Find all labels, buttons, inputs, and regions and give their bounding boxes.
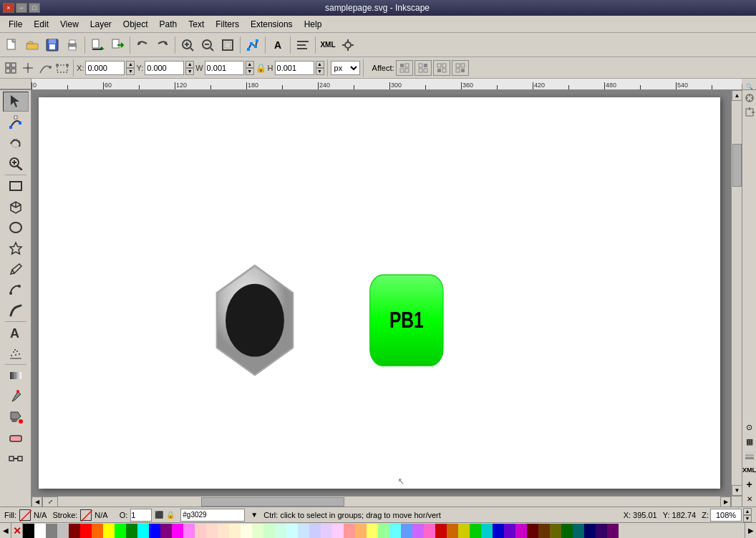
palette-color-51[interactable] <box>607 524 619 538</box>
palette-color-4[interactable] <box>69 524 80 538</box>
menu-help[interactable]: Help <box>299 18 328 31</box>
palette-scroll-right[interactable]: ▶ <box>745 523 756 539</box>
menu-edit[interactable]: Edit <box>28 18 54 31</box>
ruler-zoom-btn[interactable]: 🔍 <box>742 84 756 89</box>
print-button[interactable] <box>63 36 82 54</box>
palette-color-47[interactable] <box>561 524 573 538</box>
color-wheel-btn[interactable]: ⊙ <box>743 421 756 434</box>
zoom-up[interactable]: ▲ <box>743 508 752 515</box>
palette-color-42[interactable] <box>504 524 515 538</box>
object-style-input[interactable] <box>180 509 245 522</box>
tweak-tool[interactable] <box>3 133 29 153</box>
menu-extensions[interactable]: Extensions <box>245 18 299 31</box>
palette-scroll-left[interactable]: ◀ <box>0 523 11 539</box>
palette-color-9[interactable] <box>126 524 137 538</box>
affect-btn2[interactable] <box>415 60 432 76</box>
affect-btn4[interactable] <box>452 60 469 76</box>
undo-button[interactable] <box>133 36 152 54</box>
h-spin-down[interactable]: ▼ <box>316 68 324 75</box>
snap-node[interactable] <box>37 60 53 76</box>
color-palette-btn[interactable]: ▦ <box>743 435 756 448</box>
new-button[interactable] <box>3 36 21 54</box>
menu-object[interactable]: Object <box>117 18 154 31</box>
pen-tool[interactable] <box>3 280 29 300</box>
add-layer-btn[interactable]: + <box>743 478 756 491</box>
remove-layer-btn[interactable]: ✕ <box>743 492 756 505</box>
palette-color-29[interactable] <box>355 524 367 538</box>
scroll-left-arrow[interactable]: ◀ <box>32 497 42 507</box>
spray-tool[interactable] <box>3 343 29 363</box>
x-spin-down[interactable]: ▼ <box>126 68 135 75</box>
w-input[interactable] <box>205 61 244 75</box>
xml-editor-button[interactable]: XML <box>319 36 337 54</box>
affect-btn3[interactable] <box>433 60 450 76</box>
expand-canvas-btn[interactable]: ⤢ <box>42 497 58 507</box>
star-tool[interactable] <box>3 238 29 258</box>
zoom-down[interactable]: ▼ <box>743 515 752 522</box>
y-spin-down[interactable]: ▼ <box>185 68 194 75</box>
palette-color-13[interactable] <box>172 524 183 538</box>
scroll-up-arrow[interactable]: ▲ <box>732 90 742 101</box>
w-spin-down[interactable]: ▼ <box>246 68 254 75</box>
x-input[interactable] <box>85 61 125 75</box>
palette-color-5[interactable] <box>80 524 92 538</box>
palette-color-19[interactable] <box>241 524 252 538</box>
palette-color-45[interactable] <box>538 524 550 538</box>
palette-color-50[interactable] <box>596 524 607 538</box>
scrollbar-vertical[interactable]: ▲ ▼ <box>731 90 742 496</box>
style-dropdown-btn[interactable]: ▼ <box>251 511 258 519</box>
palette-color-0[interactable] <box>23 524 34 538</box>
open-button[interactable] <box>23 36 42 54</box>
h-input[interactable] <box>275 61 314 75</box>
circle-tool[interactable] <box>3 217 29 238</box>
palette-color-32[interactable] <box>389 524 401 538</box>
affect-btn1[interactable] <box>396 60 413 76</box>
opacity-input[interactable] <box>130 509 152 522</box>
scroll-thumb-h[interactable] <box>201 497 344 507</box>
layers-btn[interactable] <box>743 449 756 462</box>
palette-color-14[interactable] <box>183 524 195 538</box>
rect-tool[interactable] <box>3 176 29 196</box>
palette-color-21[interactable] <box>263 524 275 538</box>
palette-color-23[interactable] <box>286 524 298 538</box>
menu-layer[interactable]: Layer <box>84 18 117 31</box>
canvas-area[interactable]: PB1 <box>32 90 731 496</box>
scrollbar-horizontal[interactable]: ◀ ⤢ ▶ <box>32 496 731 507</box>
palette-color-44[interactable] <box>527 524 538 538</box>
align-button[interactable] <box>294 36 312 54</box>
snap-bbox[interactable] <box>54 60 70 76</box>
pencil-tool[interactable] <box>3 259 29 279</box>
menu-path[interactable]: Path <box>154 18 183 31</box>
text-tool[interactable]: A <box>3 323 29 343</box>
palette-color-37[interactable] <box>447 524 458 538</box>
save-button[interactable] <box>43 36 62 54</box>
snap-grid[interactable] <box>20 60 36 76</box>
snap-panel-btn[interactable] <box>743 92 756 104</box>
calligraphy-tool[interactable] <box>3 300 29 321</box>
zoom-fit-button[interactable] <box>218 36 237 54</box>
no-color-btn[interactable]: ✕ <box>11 523 23 539</box>
palette-color-36[interactable] <box>435 524 447 538</box>
maximize-button[interactable]: □ <box>29 3 40 13</box>
palette-color-27[interactable] <box>332 524 344 538</box>
palette-color-49[interactable] <box>584 524 596 538</box>
opacity-icon[interactable]: ⬛ <box>155 511 163 519</box>
palette-color-24[interactable] <box>298 524 309 538</box>
palette-color-18[interactable] <box>229 524 241 538</box>
palette-color-43[interactable] <box>515 524 527 538</box>
xml-panel-btn[interactable]: XML <box>743 464 756 476</box>
scroll-right-arrow[interactable]: ▶ <box>720 497 731 507</box>
scroll-down-arrow[interactable]: ▼ <box>732 485 742 496</box>
palette-color-6[interactable] <box>92 524 103 538</box>
zoom-tool[interactable] <box>3 154 29 174</box>
node-edit-tool[interactable] <box>3 112 29 132</box>
menu-view[interactable]: View <box>54 18 84 31</box>
palette-color-28[interactable] <box>344 524 355 538</box>
connector-tool[interactable] <box>3 449 29 469</box>
palette-color-38[interactable] <box>458 524 470 538</box>
palette-color-8[interactable] <box>115 524 126 538</box>
eyedropper-tool[interactable] <box>3 386 29 406</box>
zoom-in-button[interactable] <box>178 36 197 54</box>
lock-icon[interactable]: 🔒 <box>166 511 175 519</box>
x-spin-up[interactable]: ▲ <box>126 61 135 68</box>
